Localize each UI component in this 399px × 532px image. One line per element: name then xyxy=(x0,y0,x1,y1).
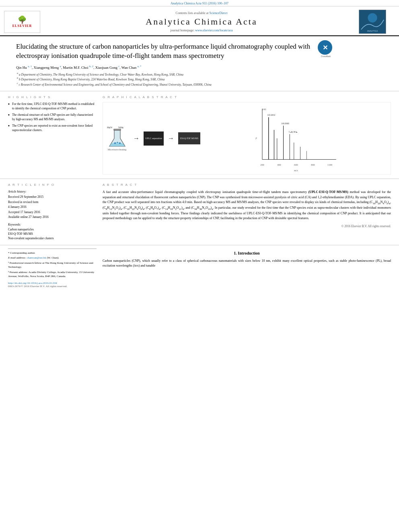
abstract-text: A fast and accurate ultra-performance li… xyxy=(103,190,391,221)
issn-line: 0003-2670/© 2016 Elsevier B.V. All right… xyxy=(8,285,97,288)
intro-heading: 1. Introduction xyxy=(103,251,391,255)
doi-anchor[interactable]: http://dx.doi.org/10.1016/j.aca.2016.01.… xyxy=(8,281,57,285)
available-date: Available online 27 January 2016 xyxy=(8,215,97,220)
svg-text:H₂N: H₂N xyxy=(107,126,112,129)
svg-text:600: 600 xyxy=(294,164,298,166)
svg-text:200: 200 xyxy=(260,164,264,166)
keyword-2: ESI-Q-TOF-MS/MS xyxy=(8,232,97,236)
ga-arrow-1: → xyxy=(133,135,140,142)
received-date: Received 29 September 2015 xyxy=(8,195,97,199)
crossmark-icon: ✕ xyxy=(318,40,332,55)
abstract-col: A B S T R A C T A fast and accurate ultr… xyxy=(103,183,391,240)
journal-top-bar: Analytica Chimica Acta 911 (2016) 100–10… xyxy=(0,0,399,6)
email-link[interactable]: chanwan@ust.hk xyxy=(27,256,46,259)
highlights-col: H I G H L I G H T S For the first time, … xyxy=(8,95,97,175)
svg-point-7 xyxy=(114,142,116,144)
received-revised-date: 4 January 2016 xyxy=(8,205,97,210)
svg-rect-6 xyxy=(114,129,121,130)
article-title: Elucidating the structure of carbon nano… xyxy=(16,42,314,61)
header-left: 🌳 ELSEVIER xyxy=(4,11,44,33)
ga-flask-icon: H₂N NH₂ Microwave heating xyxy=(105,124,129,152)
keyword-1: Carbon nanoparticles xyxy=(8,227,97,232)
ga-ms-box: ESI-Q-TOF MS/MS xyxy=(178,132,200,144)
ga-spectrum-chart: 200 400 600 800 1100 m/z % 100 xyxy=(204,105,389,172)
accepted-date: Accepted 17 January 2016 xyxy=(8,210,97,215)
bottom-section: * Corresponding author. E-mail address: … xyxy=(0,245,399,292)
header-right: ANALYTICA xyxy=(359,10,391,34)
corresponding-footnote: * Corresponding author. xyxy=(8,251,97,255)
ga-uplc-box: UPLC separation xyxy=(144,131,164,146)
affiliation-b: b b Department of Chemistry, Hong Kong B… xyxy=(16,77,383,81)
article-info-left: A R T I C L E I N F O Article history: R… xyxy=(8,183,97,240)
science-direct-line: Contents lists available at ScienceDirec… xyxy=(44,11,359,15)
introduction-col: 1. Introduction Carbon nanoparticles (CN… xyxy=(103,249,391,288)
homepage-link[interactable]: www.elsevier.com/locate/aca xyxy=(195,29,232,32)
page: Analytica Chimica Acta 911 (2016) 100–10… xyxy=(0,0,399,532)
journal-title: Analytica Chimica Acta xyxy=(44,16,359,27)
highlight-item-1: For the first time, UPLC-ESI-Q-TOF-MS/MS… xyxy=(8,102,97,111)
ga-arrow-2: → xyxy=(168,135,174,142)
keyword-3: Non-covalent supramolecular clusters xyxy=(8,236,97,240)
journal-cover-image: ANALYTICA xyxy=(359,10,386,34)
article-history-label: Article history: xyxy=(8,190,97,193)
graphical-abstract-col: G R A P H I C A L A B S T R A C T H₂N NH… xyxy=(103,95,391,175)
journal-citation: Analytica Chimica Acta 911 (2016) 100–10… xyxy=(171,2,228,5)
footnotes-col: * Corresponding author. E-mail address: … xyxy=(8,249,97,288)
svg-point-9 xyxy=(119,142,121,144)
svg-text:%: % xyxy=(255,137,257,140)
footnote-1: ¹ Postdoctoral research fellow at The Ho… xyxy=(8,261,97,269)
keywords-section: Keywords: Carbon nanoparticles ESI-Q-TOF… xyxy=(8,223,97,241)
svg-text:160.0606: 160.0606 xyxy=(281,123,289,125)
highlights-section: H I G H L I G H T S For the first time, … xyxy=(0,91,399,179)
footnote-2: ² Present address: Acadia Divinity Colle… xyxy=(8,271,97,279)
svg-text:NH₂: NH₂ xyxy=(118,126,123,129)
ga-uplc: UPLC separation xyxy=(144,131,164,146)
crossmark-badge: ✕ CrossMark xyxy=(318,40,334,56)
svg-text:103.0832: 103.0832 xyxy=(267,114,276,117)
svg-text:1100: 1100 xyxy=(327,164,332,166)
ga-ms: ESI-Q-TOF MS/MS xyxy=(178,132,200,144)
svg-text:400: 400 xyxy=(277,164,281,166)
svg-point-2 xyxy=(368,13,377,23)
article-info-section: A R T I C L E I N F O Article history: R… xyxy=(0,179,399,245)
science-direct-link[interactable]: ScienceDirect xyxy=(210,11,228,15)
ga-content: H₂N NH₂ Microwave heating xyxy=(103,103,391,174)
highlight-item-3: The CNP species are reported to exist as… xyxy=(8,124,97,132)
svg-text:800: 800 xyxy=(311,164,315,166)
highlights-list: For the first time, UPLC-ESI-Q-TOF-MS/MS… xyxy=(8,102,97,132)
affiliation-c: c c Research Center of Environmental Sci… xyxy=(16,82,383,86)
header-center: Contents lists available at ScienceDirec… xyxy=(44,11,359,32)
authors-line: Qin Hu a, 1, Xiangpeng Meng a, Martin M.… xyxy=(16,65,383,70)
received-revised-label: Received in revised form xyxy=(8,200,97,205)
elsevier-tree-icon: 🌳 xyxy=(18,16,27,23)
svg-text:100: 100 xyxy=(262,108,266,111)
svg-text:ANALYTICA: ANALYTICA xyxy=(367,30,378,32)
email-footnote: E-mail address: chanwan@ust.hk (W. Chan)… xyxy=(8,256,97,260)
elsevier-logo: 🌳 ELSEVIER xyxy=(4,11,40,33)
copyright-line: © 2016 Elsevier B.V. All rights reserved… xyxy=(103,224,391,228)
highlight-item-2: The chemical structure of each CNP speci… xyxy=(8,113,97,121)
svg-point-8 xyxy=(117,142,118,143)
svg-text:m/z: m/z xyxy=(294,169,298,172)
svg-text:C₄H₅NO₃: C₄H₅NO₃ xyxy=(289,131,297,134)
journal-homepage: journal homepage: www.elsevier.com/locat… xyxy=(44,29,359,32)
graphical-abstract-heading: G R A P H I C A L A B S T R A C T xyxy=(103,95,391,99)
intro-text: Carbon nanoparticles (CNP), which usuall… xyxy=(103,259,391,269)
article-header: Elucidating the structure of carbon nano… xyxy=(0,36,399,91)
elsevier-wordmark: ELSEVIER xyxy=(12,24,32,28)
article-info-heading: A R T I C L E I N F O xyxy=(8,183,97,187)
highlights-heading: H I G H L I G H T S xyxy=(8,95,97,99)
keywords-label: Keywords: xyxy=(8,223,97,226)
abstract-heading: A B S T R A C T xyxy=(103,183,391,187)
affiliation-a: a a Department of Chemistry, The Hong Ko… xyxy=(16,72,383,76)
header-area: 🌳 ELSEVIER Contents lists available at S… xyxy=(0,6,399,36)
doi-link[interactable]: http://dx.doi.org/10.1016/j.aca.2016.01.… xyxy=(8,281,97,285)
graphical-abstract-image: H₂N NH₂ Microwave heating xyxy=(103,102,391,175)
